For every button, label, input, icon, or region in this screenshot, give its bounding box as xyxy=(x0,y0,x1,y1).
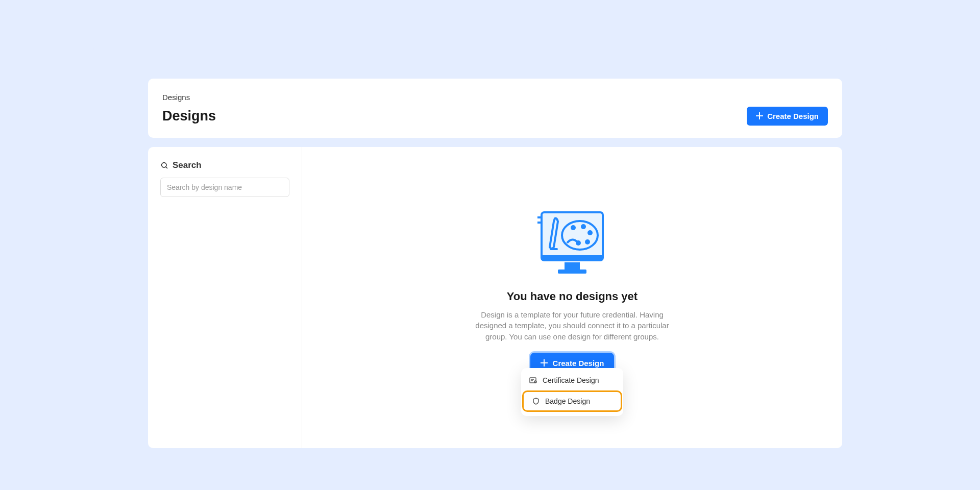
svg-rect-13 xyxy=(537,216,542,218)
svg-rect-15 xyxy=(530,378,536,383)
create-design-dropdown: Certificate Design Badge Design xyxy=(521,368,623,416)
svg-point-12 xyxy=(576,240,581,246)
empty-state-description: Design is a template for your future cre… xyxy=(465,309,679,342)
svg-rect-5 xyxy=(558,270,586,274)
dropdown-item-label: Certificate Design xyxy=(543,376,599,384)
plus-icon xyxy=(541,359,548,366)
sidebar: Search xyxy=(148,147,302,448)
create-design-main-label: Create Design xyxy=(553,359,604,368)
dropdown-item-certificate-design[interactable]: Certificate Design xyxy=(521,371,623,389)
design-palette-illustration xyxy=(536,207,608,279)
main-area: You have no designs yet Design is a temp… xyxy=(302,147,842,448)
header-card: Designs Designs Create Design xyxy=(148,79,842,138)
app-frame: Designs Designs Create Design Search xyxy=(89,45,891,446)
certificate-icon xyxy=(529,376,537,384)
badge-icon xyxy=(532,397,540,405)
header-row: Designs Create Design xyxy=(162,107,828,126)
svg-rect-6 xyxy=(550,248,558,250)
svg-point-9 xyxy=(581,224,586,229)
empty-state-title: You have no designs yet xyxy=(507,290,638,303)
dropdown-item-badge-design[interactable]: Badge Design xyxy=(522,390,622,412)
dropdown-item-label: Badge Design xyxy=(545,397,590,405)
create-design-header-button[interactable]: Create Design xyxy=(747,107,828,126)
svg-point-18 xyxy=(534,381,536,383)
svg-line-1 xyxy=(166,167,167,168)
plus-icon xyxy=(756,112,763,119)
svg-rect-3 xyxy=(542,255,603,260)
search-label: Search xyxy=(173,160,202,170)
breadcrumb[interactable]: Designs xyxy=(162,93,828,102)
search-icon xyxy=(160,161,168,169)
search-header: Search xyxy=(160,160,289,170)
create-design-header-label: Create Design xyxy=(767,112,819,120)
svg-rect-14 xyxy=(537,222,542,224)
page-title: Designs xyxy=(162,108,216,124)
svg-point-0 xyxy=(162,162,166,167)
svg-point-8 xyxy=(571,225,576,230)
search-input[interactable] xyxy=(160,178,289,197)
content-card: Search You have no xyxy=(148,147,842,448)
svg-point-11 xyxy=(585,239,590,244)
svg-rect-4 xyxy=(565,262,580,270)
svg-point-10 xyxy=(587,230,593,235)
